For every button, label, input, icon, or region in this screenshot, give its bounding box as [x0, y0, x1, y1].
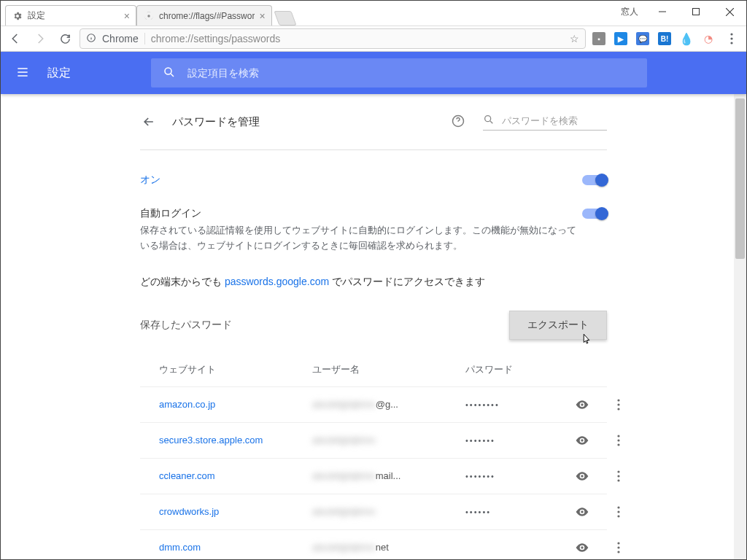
auto-login-title: 自動ログイン — [140, 207, 582, 220]
back-button[interactable] — [5, 28, 26, 49]
minimize-button[interactable] — [646, 1, 679, 23]
hamburger-icon[interactable] — [15, 65, 30, 82]
username-cell: abcdefghijklmn — [312, 506, 458, 517]
tab-settings[interactable]: 設定 × — [5, 5, 136, 26]
profile-name[interactable]: 窓人 — [614, 6, 646, 18]
password-search-input[interactable] — [500, 114, 626, 127]
svg-point-23 — [617, 551, 619, 553]
saved-passwords-header: 保存したパスワード エクスポート — [140, 311, 607, 340]
svg-point-19 — [617, 510, 619, 513]
extension-icon[interactable]: ▪ — [590, 30, 608, 47]
tab-title: chrome://flags/#Passwor — [159, 11, 255, 21]
svg-point-22 — [617, 546, 619, 548]
row-menu-button[interactable] — [604, 399, 633, 411]
password-search[interactable] — [483, 114, 607, 131]
subheader: パスワードを管理 — [140, 113, 607, 131]
extension-icon[interactable]: B! — [656, 30, 673, 47]
row-menu-button[interactable] — [604, 506, 633, 518]
passwords-table: ウェブサイト ユーザー名 パスワード amazon.co.jpabcdefghi… — [140, 353, 607, 559]
site-link[interactable]: dmm.com — [159, 542, 305, 553]
scrollbar[interactable] — [734, 94, 746, 559]
col-site: ウェブサイト — [159, 363, 305, 376]
col-pwd: パスワード — [465, 363, 560, 376]
new-tab-button[interactable] — [274, 11, 296, 26]
svg-point-9 — [617, 399, 619, 401]
google-passwords-hint: どの端末からでも passwords.google.com でパスワードにアクセ… — [140, 264, 607, 311]
svg-point-17 — [617, 479, 619, 481]
google-passwords-link[interactable]: passwords.google.com — [225, 276, 329, 287]
svg-point-21 — [617, 542, 619, 544]
tab-strip: 設定 × chrome://flags/#Passwor × — [1, 1, 614, 26]
url-text: chrome://settings/passwords — [151, 33, 564, 44]
show-password-button[interactable] — [568, 433, 597, 448]
extension-icon[interactable]: ◔ — [700, 30, 717, 47]
show-password-button[interactable] — [568, 397, 597, 412]
svg-point-3 — [730, 33, 732, 35]
close-icon[interactable]: × — [259, 11, 265, 21]
svg-point-5 — [730, 42, 732, 44]
chrome-menu-button[interactable] — [721, 28, 742, 49]
table-row: amazon.co.jpabcdefghijklmn@g...•••••••• — [140, 386, 607, 422]
site-link[interactable]: ccleaner.com — [159, 470, 305, 481]
scrollbar-thumb[interactable] — [735, 98, 745, 259]
svg-point-15 — [617, 470, 619, 472]
extension-icon[interactable]: 💧 — [678, 30, 695, 47]
maximize-button[interactable] — [679, 1, 713, 23]
search-icon — [163, 66, 176, 81]
toggle-offer-save: オン — [140, 163, 607, 197]
settings-header: 設定 — [1, 52, 746, 94]
close-icon[interactable]: × — [124, 11, 130, 21]
extension-icon[interactable]: ▶ — [612, 30, 630, 47]
password-mask: ••••••• — [465, 436, 560, 445]
table-row: dmm.comabcdefghijklmnnet — [140, 529, 607, 559]
svg-point-16 — [617, 475, 619, 477]
password-mask: ••••••• — [465, 472, 560, 481]
username-cell: abcdefghijklmnnet — [312, 542, 458, 553]
reload-button[interactable] — [55, 28, 75, 49]
table-row: crowdworks.jpabcdefghijklmn•••••• — [140, 494, 607, 529]
forward-button[interactable] — [30, 28, 50, 49]
settings-search-input[interactable] — [186, 66, 635, 79]
settings-search[interactable] — [151, 58, 647, 88]
table-row: secure3.store.apple.comabcdefghijklmn•••… — [140, 422, 607, 458]
row-menu-button[interactable] — [604, 435, 633, 446]
row-menu-button[interactable] — [604, 470, 633, 482]
password-mask: •••••••• — [465, 400, 560, 409]
saved-passwords-label: 保存したパスワード — [140, 319, 232, 332]
site-link[interactable]: crowdworks.jp — [159, 506, 305, 517]
row-menu-button[interactable] — [604, 542, 633, 553]
toggle-switch[interactable] — [582, 175, 607, 185]
extension-icon[interactable]: 💬 — [634, 30, 651, 47]
show-password-button[interactable] — [568, 469, 597, 483]
titlebar: 設定 × chrome://flags/#Passwor × 窓人 — [1, 1, 746, 26]
help-icon[interactable] — [451, 114, 465, 131]
svg-point-4 — [730, 37, 732, 39]
settings-title: 設定 — [47, 66, 71, 81]
address-bar: Chrome chrome://settings/passwords ☆ ▪ ▶… — [1, 26, 746, 52]
tab-flags[interactable]: chrome://flags/#Passwor × — [136, 5, 272, 26]
export-button-label: エクスポート — [527, 319, 589, 330]
back-arrow-icon[interactable] — [140, 113, 158, 131]
page-title: パスワードを管理 — [172, 115, 436, 129]
toggle-switch[interactable] — [582, 209, 607, 219]
export-button[interactable]: エクスポート — [509, 311, 607, 340]
content-area: パスワードを管理 オン 自動ログイン 保存されている認証情報を使用してウェブサイ… — [1, 94, 746, 559]
username-cell: abcdefghijklmn@g... — [312, 399, 458, 410]
site-link[interactable]: secure3.store.apple.com — [159, 435, 305, 446]
hint-prefix: どの端末からでも — [140, 276, 225, 287]
bookmark-star-icon[interactable]: ☆ — [570, 33, 579, 44]
svg-point-0 — [147, 15, 150, 18]
password-mask: •••••• — [465, 508, 560, 516]
window-controls: 窓人 — [614, 1, 746, 23]
svg-point-18 — [617, 506, 619, 508]
hint-suffix: でパスワードにアクセスできます — [329, 276, 485, 287]
hazard-icon — [143, 10, 155, 22]
svg-point-10 — [617, 403, 619, 405]
table-header: ウェブサイト ユーザー名 パスワード — [140, 353, 607, 386]
close-window-button[interactable] — [713, 1, 746, 23]
site-link[interactable]: amazon.co.jp — [159, 399, 305, 410]
toggle-on-label: オン — [140, 174, 160, 185]
omnibox[interactable]: Chrome chrome://settings/passwords ☆ — [80, 28, 586, 49]
show-password-button[interactable] — [568, 540, 597, 555]
show-password-button[interactable] — [568, 505, 597, 519]
